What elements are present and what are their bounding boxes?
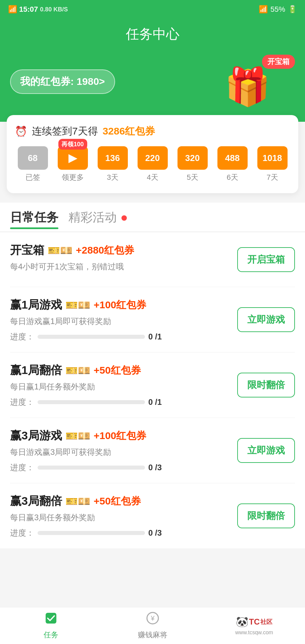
task-title-4: 赢3局游戏 (10, 428, 62, 443)
task-title-row-2: 赢1局游戏 🎫💴 +100红包券 (10, 297, 237, 313)
day-box-1: 68 (18, 146, 48, 170)
nav-item-tc: 🐼 TC 社区 www.tcsqw.com (203, 607, 305, 644)
nav-item-tasks[interactable]: 任务 (0, 607, 102, 644)
task-title-1: 开宝箱 (10, 243, 44, 258)
tab-daily-tasks[interactable]: 日常任务 (10, 209, 58, 228)
day-box-6: 488 (217, 146, 248, 170)
checkin-day-7: 1018 7天 (254, 146, 290, 182)
task-left-2: 赢1局游戏 🎫💴 +100红包券 每日游戏赢1局即可获得奖励 进度： 0 /1 (10, 297, 237, 342)
checkin-day-3: 136 3天 (95, 146, 131, 182)
limited-double-button-1[interactable]: 限时翻倍 (237, 373, 295, 397)
tc-logo-icon: 🐼 TC 社区 (236, 616, 272, 628)
checkin-title: ⏰ 连续签到7天得 3286红包券 (15, 124, 290, 138)
tab-section: 日常任务 精彩活动 (0, 203, 305, 231)
task-reward-text-2: +100红包券 (94, 298, 147, 312)
task-item-open-box: 开宝箱 🎫💴 +2880红包券 每4小时可开1次宝箱，别错过哦 开启宝箱 (10, 232, 295, 287)
task-reward-icon-4: 🎫💴 (65, 430, 90, 442)
tab-activities[interactable]: 精彩活动 (68, 209, 127, 228)
day-box-4: 220 (138, 146, 168, 170)
progress-text-2: 0 /1 (148, 332, 162, 341)
limited-double-button-3[interactable]: 限时翻倍 (237, 503, 295, 528)
clock-icon: ⏰ (15, 125, 27, 137)
task-item-win3-double: 赢3局翻倍 🎫💴 +50红包券 每日赢3局任务额外奖励 进度： 0 /3 限时翻… (10, 483, 295, 548)
progress-text-5: 0 /3 (148, 528, 162, 538)
task-item-win1: 赢1局游戏 🎫💴 +100红包券 每日游戏赢1局即可获得奖励 进度： 0 /1 … (10, 287, 295, 353)
battery-icon: 🔋 (288, 5, 297, 14)
task-item-win3: 赢3局游戏 🎫💴 +100红包券 每日游戏赢3局即可获得奖励 进度： 0 /3 … (10, 418, 295, 483)
task-progress-row-2: 进度： 0 /1 (10, 331, 237, 342)
status-network: 📶 15:07 0.80 KB/S (8, 5, 68, 14)
tab-dot (121, 215, 127, 221)
day-box-3: 136 (98, 146, 128, 170)
banner-area: 我的红包券: 1980> 开宝箱 🎁 (0, 51, 305, 122)
play-game-button-1[interactable]: 立即游戏 (237, 307, 295, 332)
wifi-icon: 📶 (259, 5, 268, 14)
task-title-row-3: 赢1局翻倍 🎫💴 +50红包券 (10, 363, 237, 378)
speed-text: 0.80 KB/S (40, 6, 68, 13)
checkin-day-1: 68 已签 (15, 146, 51, 182)
task-reward-text-5: +50红包券 (94, 494, 141, 508)
header: 任务中心 (0, 19, 305, 51)
task-reward-text-3: +50红包券 (94, 364, 141, 377)
bottom-nav: 任务 ¥ 赚钱麻将 🐼 TC 社区 www.tcsqw.com (0, 607, 305, 644)
task-title-5: 赢3局翻倍 (10, 493, 62, 509)
task-desc-4: 每日游戏赢3局即可获得奖励 (10, 447, 237, 458)
task-left-3: 赢1局翻倍 🎫💴 +50红包券 每日赢1局任务额外奖励 进度： 0 /1 (10, 363, 237, 408)
checkin-day-6: 488 6天 (214, 146, 250, 182)
progress-bar-3 (38, 400, 145, 404)
checkin-days: 68 已签 再领100 ▶ 领更多 136 3天 220 4天 (15, 146, 290, 182)
gift-box-area: 开宝箱 🎁 (221, 55, 295, 108)
nav-label-tasks: 任务 (44, 630, 58, 640)
task-progress-row-5: 进度： 0 /3 (10, 528, 237, 538)
task-desc-5: 每日赢3局任务额外奖励 (10, 512, 237, 523)
re-badge: 再领100 (58, 139, 87, 150)
page-title: 任务中心 (0, 25, 305, 43)
day-box-2[interactable]: 再领100 ▶ (58, 146, 88, 170)
task-reward-text-1: +2880红包券 (76, 244, 134, 257)
task-title-row-5: 赢3局翻倍 🎫💴 +50红包券 (10, 493, 237, 509)
checkin-day-2[interactable]: 再领100 ▶ 领更多 (55, 146, 91, 182)
task-left-4: 赢3局游戏 🎫💴 +100红包券 每日游戏赢3局即可获得奖励 进度： 0 /3 (10, 428, 237, 473)
network-icon: 📶 (8, 5, 17, 14)
task-desc-2: 每日游戏赢1局即可获得奖励 (10, 316, 237, 327)
open-box-button[interactable]: 开启宝箱 (237, 247, 295, 272)
status-time: 15:07 (19, 5, 38, 14)
progress-bar-4 (38, 466, 145, 470)
progress-text-4: 0 /3 (148, 463, 162, 472)
task-title-row-1: 开宝箱 🎫💴 +2880红包券 (10, 243, 237, 258)
task-reward-icon-1: 🎫💴 (48, 245, 72, 256)
task-title-row-4: 赢3局游戏 🎫💴 +100红包券 (10, 428, 237, 443)
nav-item-mahjong[interactable]: ¥ 赚钱麻将 (102, 607, 203, 644)
day-box-7: 1018 (257, 146, 288, 170)
checkin-day-5: 320 5天 (174, 146, 210, 182)
task-left-5: 赢3局翻倍 🎫💴 +50红包券 每日赢3局任务额外奖励 进度： 0 /3 (10, 493, 237, 538)
task-desc-3: 每日赢1局任务额外奖励 (10, 381, 237, 392)
day-box-5: 320 (177, 146, 208, 170)
task-reward-icon-3: 🎫💴 (65, 365, 90, 376)
open-box-badge[interactable]: 开宝箱 (262, 55, 295, 69)
task-title-2: 赢1局游戏 (10, 297, 62, 313)
status-right: 📶 55% 🔋 (259, 5, 297, 14)
checkin-highlight: 3286红包券 (103, 124, 155, 138)
progress-text-3: 0 /1 (148, 397, 162, 407)
progress-bar-5 (38, 531, 145, 535)
status-bar: 📶 15:07 0.80 KB/S 📶 55% 🔋 (0, 0, 305, 19)
task-reward-icon-5: 🎫💴 (65, 495, 90, 507)
task-progress-row-3: 进度： 0 /1 (10, 397, 237, 408)
checkin-card: ⏰ 连续签到7天得 3286红包券 68 已签 再领100 ▶ 领更多 136 … (7, 115, 298, 193)
gift-icon: 🎁 (224, 65, 270, 108)
battery-text: 55% (270, 5, 285, 14)
mahjong-nav-icon: ¥ (146, 611, 159, 628)
task-list: 开宝箱 🎫💴 +2880红包券 每4小时可开1次宝箱，别错过哦 开启宝箱 赢1局… (0, 232, 305, 548)
checkin-day-4: 220 4天 (135, 146, 170, 182)
nav-label-mahjong: 赚钱麻将 (138, 630, 167, 640)
task-left-1: 开宝箱 🎫💴 +2880红包券 每4小时可开1次宝箱，别错过哦 (10, 243, 237, 277)
red-packet-button[interactable]: 我的红包券: 1980> (10, 69, 115, 94)
svg-text:¥: ¥ (150, 614, 155, 622)
task-desc-1: 每4小时可开1次宝箱，别错过哦 (10, 261, 237, 272)
task-reward-text-4: +100红包券 (94, 429, 147, 443)
tasks-nav-icon (44, 611, 58, 628)
task-reward-icon-2: 🎫💴 (65, 299, 90, 311)
task-title-3: 赢1局翻倍 (10, 363, 62, 378)
play-game-button-3[interactable]: 立即游戏 (237, 438, 295, 463)
